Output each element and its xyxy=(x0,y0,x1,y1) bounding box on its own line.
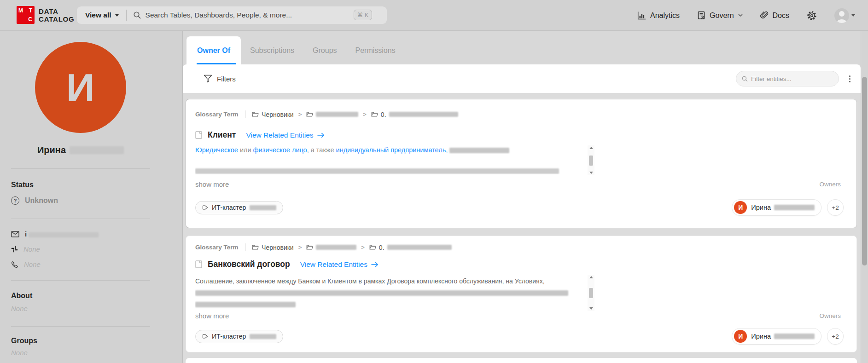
breadcrumb-label: 0. xyxy=(379,244,384,251)
owner-pill[interactable]: И Ирина xyxy=(732,199,821,216)
user-menu[interactable] xyxy=(834,8,855,23)
scrollbar-thumb[interactable] xyxy=(862,77,867,265)
scrollbar-thumb[interactable] xyxy=(589,156,593,166)
keyboard-shortcut-badge: ⌘ K xyxy=(354,10,372,20)
global-search-bar: View all ⌘ K xyxy=(77,6,387,24)
caret-down-icon xyxy=(851,14,855,17)
nav-item-docs[interactable]: Docs xyxy=(760,11,789,20)
kebab-menu-icon[interactable] xyxy=(845,71,854,86)
showmore-row: show more Owners xyxy=(195,312,848,320)
about-heading: About xyxy=(11,292,150,300)
breadcrumb-item[interactable] xyxy=(306,111,358,117)
entity-type-label: Glossary Term xyxy=(195,244,239,251)
breadcrumb-item[interactable]: Черновики xyxy=(252,111,294,118)
tab-content-panel: Filters Glossary Term xyxy=(183,64,861,363)
description-scrollbar[interactable] xyxy=(588,145,594,175)
tab-subscriptions[interactable]: Subscriptions xyxy=(241,36,303,64)
search-scope-dropdown[interactable]: View all xyxy=(77,6,126,24)
mtc-logo[interactable]: М Т С DATA CATALOG xyxy=(17,6,75,24)
scroll-down-arrow[interactable] xyxy=(589,307,593,310)
scroll-down-arrow[interactable] xyxy=(589,172,593,174)
show-more-button[interactable]: show more xyxy=(195,180,229,188)
breadcrumb-item[interactable]: 0. xyxy=(371,111,458,118)
nav-item-analytics[interactable]: Analytics xyxy=(637,12,680,20)
tab-label: Permissions xyxy=(355,46,396,54)
view-related-entities-link[interactable]: View Related Entities xyxy=(300,260,379,269)
breadcrumb-item[interactable]: Черновики xyxy=(252,244,294,251)
more-owners-badge[interactable]: +2 xyxy=(827,199,844,216)
page-scrollbar[interactable] xyxy=(861,31,868,363)
nav-item-govern[interactable]: Govern xyxy=(697,11,742,20)
redacted-text xyxy=(449,148,509,153)
view-related-label: View Related Entities xyxy=(300,260,367,269)
gear-icon xyxy=(807,11,817,21)
settings-button[interactable] xyxy=(807,11,817,21)
breadcrumb-separator: > xyxy=(363,111,367,118)
owners-label: Owners xyxy=(819,181,841,188)
tag-label: ИТ-кластер xyxy=(212,333,246,340)
logo-letter: Т xyxy=(29,7,32,14)
divider xyxy=(245,243,246,251)
redacted-owner-surname xyxy=(774,334,815,339)
view-related-label: View Related Entities xyxy=(246,131,313,139)
entity-title-link[interactable]: Клиент xyxy=(208,130,236,140)
entity-type-label: Glossary Term xyxy=(195,111,239,118)
groups-value: None xyxy=(11,349,150,357)
term-doc-icon xyxy=(195,260,202,268)
description-scrollbar[interactable] xyxy=(588,275,594,311)
folder-icon xyxy=(369,244,376,250)
redacted-folder-name xyxy=(389,112,458,117)
arrow-right-icon xyxy=(371,262,379,267)
email-row[interactable]: i xyxy=(11,230,150,238)
term-doc-icon xyxy=(195,131,202,139)
term-tag-chip[interactable]: ИТ-кластер xyxy=(195,201,283,214)
funnel-icon xyxy=(204,75,212,83)
tab-permissions[interactable]: Permissions xyxy=(346,36,405,64)
description-term-link[interactable]: Юридическое xyxy=(195,146,238,154)
tag-label: ИТ-кластер xyxy=(212,204,246,211)
scroll-up-arrow[interactable] xyxy=(589,147,593,149)
active-tab-underline xyxy=(197,63,236,64)
mtc-logo-square: М Т С xyxy=(17,6,35,24)
email-visible-prefix: i xyxy=(25,230,27,238)
term-tag-chip[interactable]: ИТ-кластер xyxy=(195,330,283,343)
redacted-folder-name xyxy=(387,245,452,250)
redacted-tag-suffix xyxy=(250,334,276,339)
divider xyxy=(11,219,150,219)
description-term-link[interactable]: физическое лицо xyxy=(253,146,307,154)
filters-button[interactable]: Filters xyxy=(204,75,236,83)
show-more-button[interactable]: show more xyxy=(195,312,229,320)
status-value: Unknown xyxy=(25,196,58,205)
entity-card-klient[interactable]: Glossary Term Черновики > > xyxy=(186,99,857,228)
entity-title-link[interactable]: Банковский договор xyxy=(208,259,290,269)
profile-avatar: И xyxy=(35,42,126,133)
scroll-up-arrow[interactable] xyxy=(589,276,593,278)
card-footer: ИТ-кластер И Ирина +2 xyxy=(195,328,848,345)
breadcrumb: Glossary Term Черновики > > xyxy=(195,110,848,118)
breadcrumb: Glossary Term Черновики > > xyxy=(195,243,848,251)
search-input-area: ⌘ K xyxy=(127,6,387,24)
search-input[interactable] xyxy=(146,11,387,19)
search-icon xyxy=(133,11,141,19)
breadcrumb-item[interactable] xyxy=(306,244,356,250)
entity-card-bankovskiy-dogovor[interactable]: Glossary Term Черновики > > xyxy=(186,236,857,352)
tab-groups[interactable]: Groups xyxy=(303,36,346,64)
redacted-folder-name xyxy=(316,112,358,117)
nav-label: Analytics xyxy=(650,12,680,20)
filter-entities-search xyxy=(736,71,839,86)
description-text: или xyxy=(238,146,253,154)
tab-owner-of[interactable]: Owner Of xyxy=(186,36,241,64)
redacted-text xyxy=(195,290,568,296)
app-title: DATA CATALOG xyxy=(39,7,75,23)
owner-pill[interactable]: И Ирина xyxy=(732,328,821,345)
phone-row: None xyxy=(11,260,150,268)
view-related-entities-link[interactable]: View Related Entities xyxy=(246,131,324,139)
breadcrumb-item[interactable]: 0. xyxy=(369,244,452,251)
arrow-right-icon xyxy=(317,133,325,138)
more-owners-badge[interactable]: +2 xyxy=(827,328,844,345)
folder-icon xyxy=(252,111,259,117)
scrollbar-thumb[interactable] xyxy=(589,288,593,298)
description-term-link[interactable]: индивидуальный предприниматель, xyxy=(336,146,448,154)
filter-entities-input[interactable] xyxy=(751,75,833,82)
redacted-last-name xyxy=(70,146,124,154)
